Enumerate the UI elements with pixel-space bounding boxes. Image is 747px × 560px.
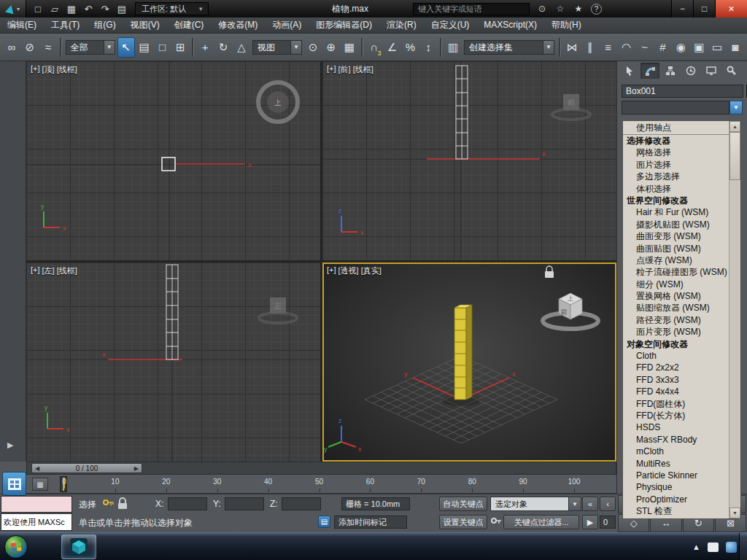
layer-manager-button[interactable]: ≡ <box>600 37 617 58</box>
time-tag-icon[interactable]: ▤ <box>318 516 330 528</box>
expand-layout-tabs-icon[interactable]: ▶ <box>7 440 13 450</box>
chevron-down-icon[interactable]: ▼ <box>104 40 115 55</box>
menubar-item[interactable]: 帮助(H) <box>544 18 589 33</box>
modifier-item[interactable]: ProOptimizer <box>623 494 729 505</box>
viewport-perspective-active[interactable]: [+] [透视] [真实] x y <box>322 262 616 462</box>
snaps-toggle-button[interactable]: ∩3 <box>365 37 383 58</box>
close-button[interactable]: × <box>715 0 747 18</box>
modifier-item[interactable]: 摄影机贴图 (WSM) <box>623 219 729 230</box>
menubar-item[interactable]: 自定义(U) <box>424 18 477 33</box>
object-name-field[interactable] <box>622 85 743 98</box>
next-frame-icon[interactable]: ▶ <box>134 465 139 472</box>
viewport-front[interactable]: [+] [前] [线框] x 前 <box>322 61 616 260</box>
modifier-item[interactable]: mCloth <box>623 446 729 457</box>
viewport-shading-button[interactable]: [线框] <box>353 64 374 75</box>
tab-create[interactable] <box>620 63 639 79</box>
viewcube[interactable]: 前 <box>552 94 590 120</box>
rendered-frame-window-button[interactable]: ▭ <box>708 37 726 58</box>
previous-frame-icon[interactable]: ◀ <box>35 465 39 472</box>
render-setup-button[interactable]: ▣ <box>690 37 708 58</box>
y-input[interactable] <box>225 498 263 510</box>
select-and-scale-button[interactable]: △ <box>233 37 250 58</box>
align-button[interactable]: ∥ <box>581 37 599 58</box>
start-button[interactable] <box>4 535 28 559</box>
modifier-item[interactable]: Hair 和 Fur (WSM) <box>623 206 729 218</box>
modifier-item[interactable]: HSDS <box>623 421 729 433</box>
key-filters-button[interactable]: 关键点过滤器... <box>503 515 579 529</box>
action-center-icon[interactable] <box>726 542 737 553</box>
viewport-pov-button[interactable]: [透视] <box>338 265 359 276</box>
modifier-item[interactable]: 使用轴点 <box>623 121 729 135</box>
play-button[interactable]: ▶ <box>582 515 598 529</box>
maxscript-mini-listener[interactable]: 欢迎使用 MAXSc <box>1 513 72 531</box>
viewcube[interactable]: 上 前 <box>543 293 598 329</box>
viewport-left[interactable]: [+] [左] [线框] x 左 <box>26 262 320 462</box>
modifier-item[interactable]: FFD(长方体) <box>623 410 729 421</box>
modifier-item[interactable]: 面片选择 <box>623 159 729 171</box>
z-input[interactable] <box>282 498 320 510</box>
viewcube[interactable]: 左 <box>259 298 297 323</box>
modifier-item[interactable]: 网格选择 <box>623 147 729 158</box>
modifier-item[interactable]: 路径变形 (WSM) <box>623 314 729 326</box>
favorites-icon[interactable]: ★ <box>573 4 584 14</box>
add-time-tag[interactable]: 添加时间标记 <box>334 516 407 529</box>
modifier-item[interactable]: FFD 2x2x2 <box>623 362 729 373</box>
go-to-start-button[interactable]: « <box>582 497 598 511</box>
redo-icon[interactable]: ↷ <box>99 4 111 15</box>
track-bar[interactable]: 0102030405060708090100 <box>26 475 616 494</box>
menubar-item[interactable]: 渲染(R) <box>379 18 424 33</box>
modifier-item[interactable]: 面片变形 (WSM) <box>623 326 729 338</box>
auto-key-button[interactable]: 自动关键点 <box>439 497 487 511</box>
modifier-item[interactable]: 体积选择 <box>623 183 729 195</box>
menubar-item[interactable]: 图形编辑器(D) <box>309 18 379 33</box>
modifier-item[interactable]: 曲面变形 (WSM) <box>623 230 729 242</box>
modifier-item[interactable]: 多边形选择 <box>623 171 729 182</box>
scrollbar-track[interactable] <box>729 132 740 508</box>
time-slider-handle[interactable]: ◀ 0 / 100 ▶ <box>31 463 142 473</box>
menubar-item[interactable]: MAXScript(X) <box>476 18 544 33</box>
rectangular-selection-region-button[interactable]: □ <box>154 37 171 58</box>
help-icon[interactable]: ? <box>591 4 602 15</box>
curve-editor-button[interactable]: ~ <box>636 37 654 58</box>
application-menu-button[interactable]: ▾ <box>0 0 26 18</box>
bind-to-space-warp-button[interactable]: ≈ <box>39 37 57 58</box>
current-frame-field[interactable] <box>600 516 616 529</box>
viewport-shading-button[interactable]: [真实] <box>361 265 382 276</box>
render-production-button[interactable]: ◙ <box>727 37 744 58</box>
workspace-combo[interactable]: 工作区: 默认 ▼ <box>135 2 209 15</box>
tab-hierarchy[interactable] <box>661 63 680 79</box>
maxscript-mini-listener-pink[interactable] <box>1 496 72 513</box>
chevron-down-icon[interactable]: ▼ <box>543 40 554 55</box>
spinner-snap-button[interactable]: ↕ <box>419 37 437 58</box>
modifier-item[interactable]: 粒子流碰撞图形 (WSM) <box>623 266 729 278</box>
keyboard-shortcut-override-button[interactable]: ▦ <box>341 37 358 58</box>
modifier-item[interactable]: 点缓存 (WSM) <box>623 254 729 266</box>
window-crossing-button[interactable]: ⊞ <box>171 37 189 58</box>
mini-curve-editor-button[interactable]: ▦ <box>32 478 48 491</box>
taskbar-3dsmax-button[interactable] <box>61 534 96 559</box>
scrollbar-thumb[interactable] <box>729 132 740 180</box>
transform-z-field[interactable] <box>282 497 321 510</box>
viewport-menu-button[interactable]: [+] <box>327 64 336 75</box>
minimize-button[interactable]: − <box>671 0 693 18</box>
edit-named-selection-sets-button[interactable]: ▥ <box>444 37 462 58</box>
use-pivot-point-center-button[interactable]: ⊙ <box>304 37 322 58</box>
new-file-icon[interactable]: □ <box>32 4 44 15</box>
chevron-down-icon[interactable]: ▼ <box>569 497 581 511</box>
menubar-item[interactable]: 动画(A) <box>265 18 309 33</box>
time-slider[interactable]: ◀ 0 / 100 ▶ <box>26 462 616 475</box>
select-and-link-button[interactable]: ∞ <box>3 37 20 58</box>
search-input[interactable] <box>413 3 530 15</box>
menubar-item[interactable]: 创建(C) <box>167 18 212 33</box>
angle-snap-button[interactable]: ∠ <box>384 37 401 58</box>
viewport-shading-button[interactable]: [线框] <box>57 64 77 75</box>
modifier-item[interactable]: Physique <box>623 481 729 493</box>
select-object-button[interactable]: ↖ <box>117 37 135 58</box>
mirror-button[interactable]: ⋈ <box>563 37 581 58</box>
schematic-view-button[interactable]: # <box>654 37 671 58</box>
selection-lock-icon[interactable] <box>117 497 128 510</box>
chevron-down-icon[interactable]: ▼ <box>290 40 302 55</box>
viewcube[interactable]: 上 <box>258 82 298 122</box>
menubar-item[interactable]: 修改器(M) <box>211 18 265 33</box>
transform-y-field[interactable] <box>225 497 264 510</box>
